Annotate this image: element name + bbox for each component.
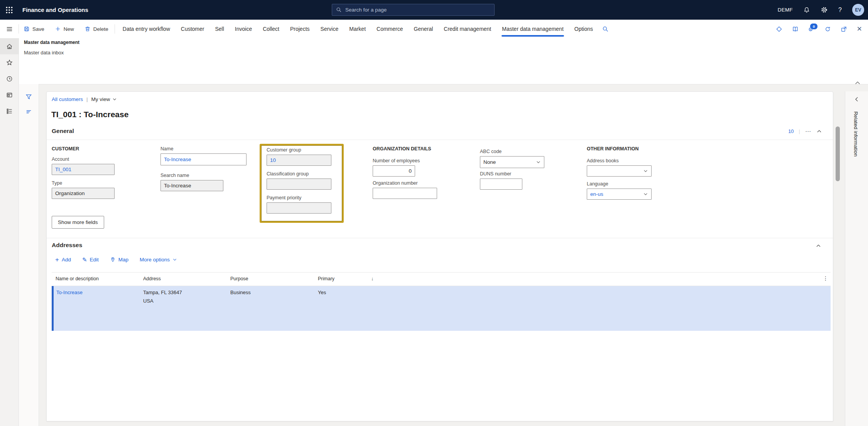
organization-details-heading: ORGANIZATION DETAILS <box>373 146 431 152</box>
filter-gutter <box>19 84 39 426</box>
tab-customer[interactable]: Customer <box>176 20 210 38</box>
address-books-select[interactable] <box>587 165 652 177</box>
nav-home[interactable] <box>0 38 19 54</box>
related-information-panel: Related information <box>845 91 868 426</box>
tab-market[interactable]: Market <box>344 20 371 38</box>
trash-icon <box>84 26 91 32</box>
address-row-selected[interactable]: To-Increase Tampa, FL 33647 USA Business… <box>52 286 831 331</box>
language-select[interactable]: en-us <box>587 189 652 200</box>
customer-group-field: Customer group 10 <box>267 147 331 166</box>
divider <box>115 24 115 34</box>
notifications-bell-icon[interactable] <box>803 7 810 13</box>
task-list-icon[interactable] <box>19 104 39 119</box>
col-header-address[interactable]: Address <box>143 276 161 281</box>
col-header-primary[interactable]: Primary <box>318 276 334 281</box>
chevron-down-icon <box>643 169 648 173</box>
collapse-general-chevron-icon[interactable] <box>816 129 822 133</box>
show-more-fields-button[interactable]: Show more fields <box>52 216 104 229</box>
tab-data-entry-workflow[interactable]: Data entry workflow <box>117 20 176 38</box>
close-page-icon[interactable]: × <box>857 25 862 33</box>
filter-funnel-icon[interactable] <box>19 89 39 104</box>
view-selector[interactable]: My view <box>91 96 117 102</box>
grid-options-kebab-icon[interactable]: ⋮ <box>823 275 828 281</box>
top-app-bar: Finance and Operations Search for a page… <box>0 0 868 20</box>
cell-name[interactable]: To-Increase <box>56 290 83 295</box>
payment-priority-input[interactable] <box>267 202 331 214</box>
tab-projects[interactable]: Projects <box>285 20 315 38</box>
add-address-button[interactable]: + Add <box>55 256 71 263</box>
tab-general[interactable]: General <box>409 20 439 38</box>
environment-badge[interactable]: DEMF <box>778 7 793 13</box>
customer-group-input[interactable]: 10 <box>267 155 331 166</box>
organization-number-input[interactable] <box>373 188 437 199</box>
tab-service[interactable]: Service <box>315 20 344 38</box>
nav-modules[interactable] <box>0 103 19 119</box>
map-pin-icon <box>110 257 116 263</box>
tab-collect[interactable]: Collect <box>257 20 285 38</box>
vertical-scrollbar[interactable] <box>836 126 840 181</box>
general-section-title[interactable]: General <box>52 128 74 135</box>
cell-address-line1: Tampa, FL 33647 <box>143 290 182 295</box>
col-header-name[interactable]: Name or description <box>56 276 99 281</box>
app-screen: Finance and Operations Search for a page… <box>0 0 868 426</box>
col-header-purpose[interactable]: Purpose <box>230 276 248 281</box>
user-avatar[interactable]: EV <box>852 4 864 16</box>
all-customers-link[interactable]: All customers <box>52 96 83 102</box>
edit-address-button[interactable]: ✎ Edit <box>82 257 99 263</box>
more-options-icon[interactable]: ⋯ <box>805 130 811 133</box>
attachments-icon[interactable]: 0 <box>808 26 815 32</box>
settings-gear-icon[interactable] <box>821 6 828 13</box>
nav-favorites[interactable] <box>0 54 19 71</box>
workspace-title: Master data management <box>24 40 79 45</box>
command-group: Save New Delete <box>19 26 115 32</box>
tab-sell[interactable]: Sell <box>209 20 229 38</box>
account-field: Account TI_001 <box>52 157 115 175</box>
breadcrumb-separator: | <box>86 96 88 102</box>
tab-commerce[interactable]: Commerce <box>371 20 408 38</box>
app-launcher-icon[interactable] <box>0 0 19 20</box>
collapse-header-chevron-icon[interactable] <box>854 80 861 86</box>
refresh-icon[interactable] <box>824 26 831 32</box>
duns-number-input[interactable] <box>480 178 522 190</box>
nav-recent[interactable] <box>0 71 19 87</box>
global-search-input[interactable]: Search for a page <box>332 4 495 16</box>
related-information-label[interactable]: Related information <box>853 111 859 157</box>
tab-options[interactable]: Options <box>569 20 598 38</box>
cell-primary: Yes <box>318 290 326 295</box>
tab-invoice[interactable]: Invoice <box>230 20 257 38</box>
abc-code-select[interactable]: None <box>480 156 544 168</box>
tab-credit-management[interactable]: Credit management <box>438 20 496 38</box>
name-field: Name To-Increase <box>160 146 247 165</box>
account-input[interactable]: TI_001 <box>52 164 115 175</box>
delete-button[interactable]: Delete <box>84 26 108 32</box>
hamburger-menu-icon[interactable] <box>0 20 19 38</box>
nav-workspaces[interactable] <box>0 87 19 103</box>
type-input[interactable]: Organization <box>52 188 115 199</box>
search-placeholder: Search for a page <box>345 7 387 13</box>
workspace-item-master-data-inbox[interactable]: Master data inbox <box>24 50 64 56</box>
action-pane: Save New Delete Data entry workflow C <box>0 20 868 39</box>
payment-priority-field: Payment priority <box>267 195 331 214</box>
task-guide-icon[interactable] <box>792 26 799 32</box>
search-name-input[interactable]: To-Increase <box>160 180 223 191</box>
collapse-addresses-chevron-icon[interactable] <box>816 244 821 248</box>
tab-master-data-management[interactable]: Master data management <box>496 20 569 38</box>
classification-group-input[interactable] <box>267 178 331 190</box>
help-icon[interactable]: ? <box>838 7 842 13</box>
map-button[interactable]: Map <box>110 257 128 263</box>
number-of-employees-input[interactable]: 0 <box>373 165 415 177</box>
expand-panel-chevron-icon[interactable] <box>854 96 860 103</box>
addresses-section-title[interactable]: Addresses <box>52 242 82 249</box>
power-apps-icon[interactable] <box>776 26 782 32</box>
new-button[interactable]: New <box>55 26 74 32</box>
action-pane-search-icon[interactable] <box>602 26 609 32</box>
addresses-table-header: Name or description Address Purpose Prim… <box>52 272 831 286</box>
name-input[interactable]: To-Increase <box>160 153 247 165</box>
save-button[interactable]: Save <box>24 26 44 32</box>
general-section-controls: 10 | ⋯ <box>788 128 822 134</box>
sort-descending-icon[interactable]: ↓ <box>371 276 374 281</box>
more-options-button[interactable]: More options <box>140 257 177 263</box>
general-summary-value: 10 <box>788 128 794 134</box>
cell-address-line2: USA <box>143 298 154 304</box>
open-in-new-window-icon[interactable] <box>841 26 847 32</box>
